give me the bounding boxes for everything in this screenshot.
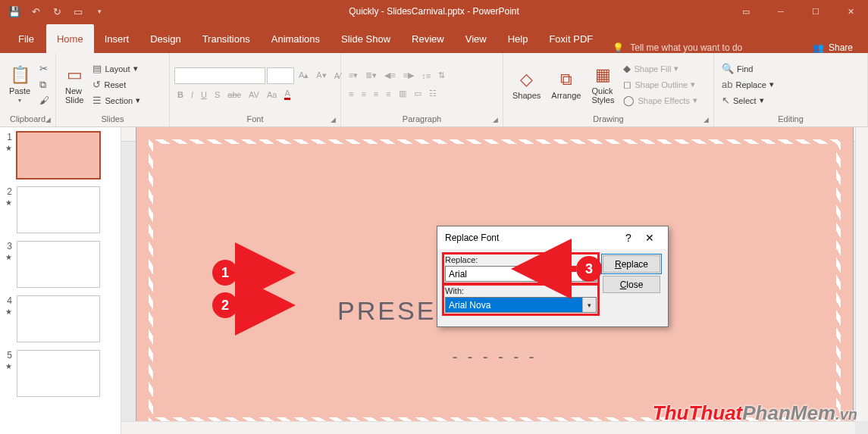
italic-button[interactable]: I [188,87,196,102]
tab-insert[interactable]: Insert [94,24,140,53]
close-button[interactable]: ✕ [833,0,868,23]
align-left-icon[interactable]: ≡ [346,86,356,101]
select-button[interactable]: ↖Select ▾ [719,93,777,108]
undo-icon[interactable]: ↶ [27,3,44,20]
find-icon: 🔍 [722,63,734,74]
columns-icon[interactable]: ▥ [396,86,409,101]
slide-canvas-area: THIS IS YOUR PRESENTATION TITLE - - - - … [121,127,868,434]
font-launcher-icon[interactable]: ◢ [331,116,336,123]
format-painter-button[interactable]: 🖌 [36,93,52,108]
reset-icon: ↺ [92,79,101,90]
lightbulb-icon: 💡 [613,42,624,53]
annotation-2-badge: 2 [212,292,238,318]
new-slide-button[interactable]: ▭ New Slide [61,64,88,106]
tab-home[interactable]: Home [46,24,94,53]
with-dropdown-icon[interactable]: ▾ [582,298,596,312]
clipboard-launcher-icon[interactable]: ◢ [45,116,51,123]
with-combo[interactable]: ▾ [445,297,597,313]
annotation-1-badge: 1 [212,260,238,286]
increase-font-icon[interactable]: A▴ [296,67,312,84]
with-field-group: With: ▾ [445,286,597,313]
line-spacing-icon[interactable]: ↕≡ [418,68,434,83]
save-icon[interactable]: 💾 [6,3,23,20]
bullets-icon[interactable]: ≡▾ [346,68,361,83]
dialog-close-icon[interactable]: ✕ [639,232,660,244]
strikethrough-button[interactable]: abc [224,87,244,102]
tell-me-label: Tell me what you want to do [630,42,742,53]
paste-label: Paste [9,86,30,95]
tab-review[interactable]: Review [401,24,455,53]
shape-fill-button[interactable]: ◆Shape Fill ▾ [620,61,700,76]
layout-button[interactable]: ▤Layout ▾ [89,61,143,76]
workspace: 1★ 2★ 3★ 4★ 5★ THIS IS YOUR PRESENTATION… [0,127,868,434]
tab-view[interactable]: View [455,24,497,53]
shape-outline-button[interactable]: ◻Shape Outline ▾ [620,77,700,92]
slide-thumbnails: 1★ 2★ 3★ 4★ 5★ [0,127,121,434]
maximize-button[interactable]: ☐ [798,0,833,23]
arrange-button[interactable]: ⧉Arrange [547,68,585,101]
font-color-icon[interactable]: A [281,87,293,102]
start-from-beginning-icon[interactable]: ▭ [70,3,86,20]
character-spacing-icon[interactable]: AV [246,87,262,102]
cut-button[interactable]: ✂ [36,61,52,76]
paste-button[interactable]: 📋 Paste ▾ [5,64,35,105]
vertical-scrollbar[interactable] [855,127,868,421]
replace-button[interactable]: abReplace ▾ [719,77,777,92]
drawing-launcher-icon[interactable]: ◢ [703,116,709,123]
quick-styles-button[interactable]: ▦Quick Styles [587,64,619,106]
thumbnail-1[interactable]: 1★ [3,132,118,179]
replace-btn-rest: eplace [622,259,648,270]
change-case-icon[interactable]: Aa [264,87,280,102]
font-size-combo[interactable] [267,67,294,84]
dialog-help-icon[interactable]: ? [618,232,639,244]
section-button[interactable]: ☰Section ▾ [89,93,143,108]
tab-slide-show[interactable]: Slide Show [331,24,401,53]
paragraph-launcher-icon[interactable]: ◢ [493,116,498,123]
reset-button[interactable]: ↺Reset [89,77,143,92]
smartart-icon[interactable]: ☷ [426,86,440,101]
bold-button[interactable]: B [174,87,186,102]
tab-animations[interactable]: Animations [261,24,331,53]
group-clipboard: 📋 Paste ▾ ✂ ⧉ 🖌 Clipboard◢ [0,53,56,126]
text-direction-icon[interactable]: ⇅ [435,68,448,83]
decrease-font-icon[interactable]: A▾ [313,67,329,84]
thumbnail-4[interactable]: 4★ [3,295,118,342]
shapes-button[interactable]: ◇Shapes [508,68,545,101]
tab-file[interactable]: File [6,24,46,53]
thumbnail-5[interactable]: 5★ [3,350,118,397]
copy-button[interactable]: ⧉ [36,77,52,92]
qat-more-icon[interactable]: ▾ [91,3,108,20]
group-editing: 🔍Find abReplace ▾ ↖Select ▾ Editing [714,53,868,126]
find-button[interactable]: 🔍Find [719,61,777,76]
close-action-button[interactable]: Close [603,276,660,293]
replace-action-button[interactable]: Replace [603,255,660,273]
redo-icon[interactable]: ↻ [49,3,65,20]
align-right-icon[interactable]: ≡ [371,86,381,101]
shape-outline-icon: ◻ [623,79,631,90]
decrease-indent-icon[interactable]: ◀≡ [381,68,398,83]
tab-design[interactable]: Design [139,24,191,53]
minimize-button[interactable]: ─ [763,0,798,23]
dialog-titlebar[interactable]: Replace Font ? ✕ [437,226,668,249]
tab-foxit-pdf[interactable]: Foxit PDF [538,24,603,53]
increase-indent-icon[interactable]: ≡▶ [400,68,417,83]
align-center-icon[interactable]: ≡ [358,86,368,101]
group-label-editing: Editing [719,113,863,125]
share-button[interactable]: 👥 Share [813,42,862,53]
thumbnail-3[interactable]: 3★ [3,241,118,288]
tab-transitions[interactable]: Transitions [192,24,261,53]
align-text-icon[interactable]: ▭ [411,86,425,101]
ribbon-display-options-icon[interactable]: ▭ [729,0,763,23]
numbering-icon[interactable]: ≣▾ [362,68,380,83]
shape-effects-button[interactable]: ◯Shape Effects ▾ [620,93,700,108]
group-drawing: ◇Shapes ⧉Arrange ▦Quick Styles ◆Shape Fi… [503,53,714,126]
tab-help[interactable]: Help [497,24,539,53]
underline-button[interactable]: U [198,87,210,102]
new-slide-label: New Slide [65,86,83,105]
thumbnail-2[interactable]: 2★ [3,186,118,233]
justify-icon[interactable]: ≡ [383,86,393,101]
with-input[interactable] [446,298,582,312]
font-name-combo[interactable] [174,67,265,84]
shadow-button[interactable]: S [212,87,223,102]
tell-me-box[interactable]: 💡 Tell me what you want to do [613,42,742,53]
